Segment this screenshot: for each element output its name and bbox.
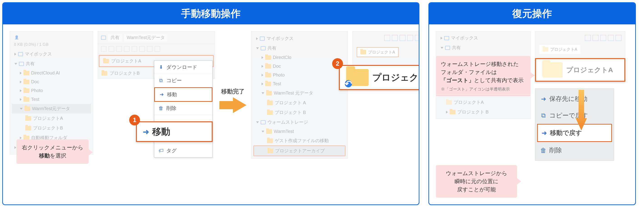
box-icon	[101, 36, 106, 40]
tree-item[interactable]: WarmTest	[254, 127, 346, 136]
folder-icon	[25, 116, 31, 121]
move-icon: ➜	[541, 96, 546, 102]
download-icon: ⬇	[158, 65, 164, 70]
tree-item[interactable]: 共有	[438, 43, 528, 53]
toolbar-icon[interactable]	[415, 35, 420, 41]
folder-icon	[24, 88, 29, 93]
tree-item[interactable]: マイボックス	[254, 34, 346, 43]
toolbar-icon[interactable]	[608, 35, 614, 41]
toolbar-icon[interactable]	[116, 46, 122, 52]
breadcrumb: 共有 WarmTest元データ	[98, 31, 215, 44]
manual-move-panel: 手動移動操作 👤 8 KB (0.0%) / 1 GB マイボックス 共有 Di…	[2, 2, 420, 205]
tree-item[interactable]: Test	[254, 79, 346, 88]
panel-title: 復元操作	[429, 3, 635, 24]
ghost-folder-icon	[542, 62, 562, 78]
box-icon	[260, 37, 265, 41]
move-complete-arrow: 移動完了	[220, 88, 246, 113]
ctx-delete[interactable]: 🗑削除	[154, 102, 212, 115]
folder-icon	[450, 110, 456, 114]
restore-save[interactable]: ➜保存先に移動	[537, 90, 612, 107]
tree-item-selected[interactable]: WarmTest元データ	[12, 104, 91, 113]
toolbar-icon[interactable]	[407, 35, 413, 41]
tree-item-archive[interactable]: プロジェクトアーカイブ	[254, 145, 346, 156]
folder-icon	[24, 97, 29, 102]
folder-icon	[265, 55, 271, 60]
restore-context-menu: ➜保存先に移動 ⧉コピーで戻す ➜移動で戻す 🗑削除	[535, 88, 614, 161]
tree-item[interactable]: Photo	[254, 71, 346, 79]
folder-icon	[102, 71, 107, 76]
tree-item[interactable]: Test	[12, 95, 91, 104]
toolbar	[98, 44, 215, 54]
toolbar-icon[interactable]	[384, 35, 390, 41]
folder-icon	[265, 64, 271, 69]
revert-icon: ↶	[345, 80, 352, 87]
folder-icon	[266, 129, 272, 134]
tree-item[interactable]: DirectCloud AI	[12, 69, 91, 77]
trash-icon: 🗑	[541, 148, 546, 153]
tree-item[interactable]: ゲスト作成ファイルの移動	[254, 136, 346, 145]
toolbar-icon[interactable]	[101, 46, 106, 52]
tree-item-share[interactable]: 共有	[12, 59, 91, 69]
tree-item[interactable]: プロジェクトB	[12, 123, 91, 133]
toolbar-icon[interactable]	[147, 46, 152, 52]
tree-item[interactable]: プロジェクト B	[254, 108, 346, 117]
tree-item[interactable]: Photo	[12, 86, 91, 95]
ghost-project-chip[interactable]: プロジェクトA	[539, 45, 580, 54]
hint-ghost: ウォームストレージ移動された フォルダ・ファイルは 「ゴースト」として共有内で表…	[436, 56, 530, 96]
tree-item-warmstorage[interactable]: ウォームストレージ	[254, 117, 346, 127]
folder-icon	[24, 71, 29, 75]
move-icon: ➜	[159, 92, 164, 97]
tree-item[interactable]: 共有	[254, 43, 346, 53]
tree-item[interactable]: WarmTest 元データ	[254, 88, 346, 98]
result-tree: マイボックス 共有 DirectClo Doc Photo Test WarmT…	[251, 31, 348, 159]
toolbar-icon[interactable]	[132, 46, 137, 52]
context-menu: ⬇ダウンロード ⧉コピー ➜移動 🗑削除 ☆お気に入り 🏷タグ	[154, 61, 213, 157]
tree-item[interactable]: Doc	[12, 77, 91, 86]
hint-restore: ウォームストレージから 瞬時に元の位置に 戻すことが可能	[436, 165, 517, 198]
folder-icon	[266, 91, 272, 95]
toolbar-icon[interactable]	[592, 35, 598, 41]
folder-icon	[542, 47, 548, 52]
ctx-copy[interactable]: ⧉コピー	[154, 74, 212, 87]
restore-right-pane: プロジェクトA	[535, 31, 625, 58]
file-tree-sidebar: 👤 8 KB (0.0%) / 1 GB マイボックス 共有 DirectClo…	[10, 31, 93, 154]
tree-item-mybox[interactable]: マイボックス	[12, 49, 91, 59]
folder-icon	[360, 50, 366, 54]
callout-ghost-project: プロジェクトA	[535, 58, 625, 82]
toolbar-icon[interactable]	[400, 35, 406, 41]
toolbar-icon[interactable]	[600, 35, 606, 41]
toolbar-icon[interactable]	[124, 46, 130, 52]
restore-copy[interactable]: ⧉コピーで戻す	[537, 107, 612, 124]
archived-project-chip[interactable]: プロジェクトA	[357, 47, 399, 57]
callout-project: ↶ プロジェクトA	[339, 65, 420, 90]
toolbar-icon[interactable]	[155, 46, 160, 52]
tree-item[interactable]: プロジェクト A	[254, 98, 346, 108]
tree-item[interactable]: プロジェクトA	[438, 97, 528, 107]
ctx-download[interactable]: ⬇ダウンロード	[154, 61, 212, 74]
restore-move-back[interactable]: ➜移動で戻す	[537, 124, 612, 142]
toolbar-icon[interactable]	[585, 35, 591, 41]
box-icon	[18, 52, 23, 56]
box-icon	[444, 36, 449, 40]
box-icon	[445, 46, 450, 50]
restore-delete[interactable]: 🗑削除	[537, 142, 612, 159]
ctx-tag[interactable]: 🏷タグ	[154, 144, 212, 157]
folder-icon	[265, 73, 271, 77]
ctx-move[interactable]: ➜移動	[154, 87, 212, 102]
toolbar-icon[interactable]	[616, 35, 622, 41]
toolbar-icon[interactable]	[109, 46, 114, 52]
folder-icon	[25, 126, 31, 130]
trash-icon: 🗑	[158, 106, 164, 111]
tree-item[interactable]: DirectClo	[254, 53, 346, 62]
toolbar-icon[interactable]	[392, 35, 398, 41]
folder-icon	[446, 100, 452, 105]
toolbar-icon[interactable]	[139, 46, 145, 52]
tree-item[interactable]: Doc	[254, 62, 346, 71]
tree-item[interactable]: プロジェクトA	[12, 113, 91, 123]
folder-icon	[267, 101, 273, 105]
move-icon: ➜	[143, 129, 148, 134]
tree-item[interactable]: プロジェクト B	[438, 107, 528, 117]
tree-item[interactable]: マイボックス	[438, 33, 528, 43]
step-badge-2: 2	[332, 58, 343, 69]
folder-icon	[267, 138, 273, 143]
